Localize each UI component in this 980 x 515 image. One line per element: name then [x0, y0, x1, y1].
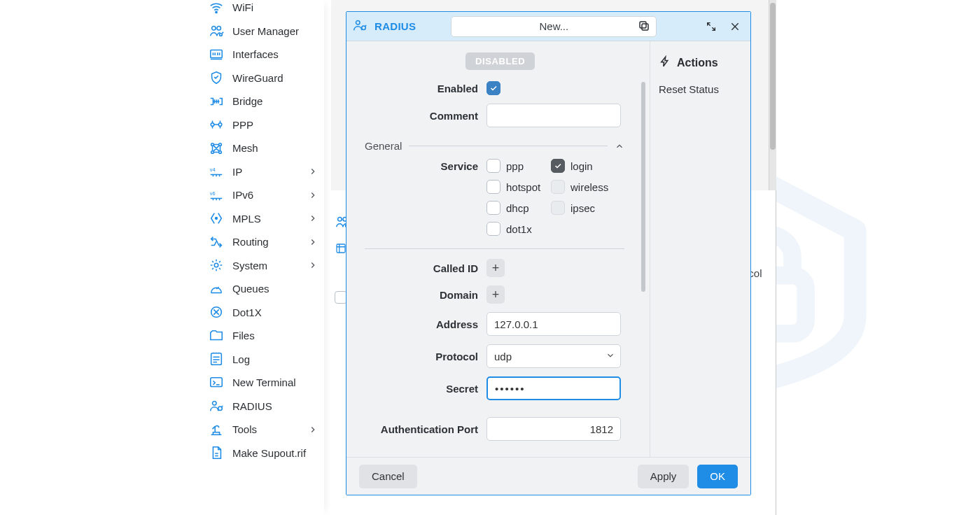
address-input[interactable] [486, 312, 621, 336]
expand-button[interactable] [701, 17, 721, 36]
svg-rect-22 [211, 353, 222, 365]
svg-point-26 [356, 20, 360, 24]
wireguard-icon [209, 70, 224, 85]
svg-point-24 [213, 402, 217, 406]
sidebar-item-tools[interactable]: Tools [202, 418, 322, 442]
sidebar-item-ipv6[interactable]: v6IPv6 [202, 183, 322, 207]
ppp-icon [209, 117, 224, 132]
sidebar-item-label: Log [232, 353, 250, 365]
sidebar-item-label: WiFi [232, 1, 253, 13]
svg-point-13 [211, 143, 214, 146]
svg-point-16 [219, 150, 222, 153]
sidebar-item-files[interactable]: Files [202, 324, 322, 348]
files-icon [209, 328, 224, 344]
label-called-id: Called ID [346, 262, 486, 274]
label-domain: Domain [346, 289, 486, 301]
dialog-footer: Cancel Apply OK [346, 457, 750, 495]
ok-button[interactable]: OK [697, 465, 738, 488]
cancel-button[interactable]: Cancel [359, 465, 417, 488]
dialog-actions-panel: Actions Reset Status [650, 41, 750, 457]
svg-rect-5 [337, 244, 345, 253]
copy-icon[interactable] [638, 20, 650, 34]
log-icon [209, 351, 224, 367]
sidebar-item-label: RADIUS [232, 400, 272, 412]
sidebar-item-interfaces[interactable]: Interfaces [202, 43, 322, 66]
service-ppp-checkbox[interactable] [486, 159, 500, 173]
collapse-icon[interactable] [615, 141, 624, 151]
apply-button[interactable]: Apply [638, 465, 690, 488]
sidebar-item-label: PPP [232, 119, 253, 131]
sidebar-item-ip[interactable]: v4IP [202, 160, 322, 184]
svg-rect-29 [640, 22, 646, 28]
sidebar-item-label: System [232, 260, 267, 271]
svg-point-15 [211, 150, 214, 153]
label-enabled: Enabled [346, 83, 486, 94]
sidebar-item-label: Files [232, 330, 255, 341]
dialog-scrollbar[interactable] [641, 82, 645, 447]
sidebar-item-user-manager[interactable]: User Manager [202, 20, 322, 43]
svg-rect-28 [642, 24, 648, 30]
mpls-icon [209, 211, 224, 226]
reset-status-action[interactable]: Reset Status [659, 83, 742, 95]
auth-port-input[interactable] [486, 417, 621, 441]
ip-icon: v4 [209, 164, 224, 179]
secret-input[interactable] [486, 376, 621, 400]
sidebar-item-label: Mesh [232, 142, 258, 154]
svg-point-7 [212, 27, 216, 31]
mesh-icon [209, 141, 224, 156]
sidebar-item-dot1x[interactable]: Dot1X [202, 301, 322, 325]
service-hotspot-checkbox[interactable] [486, 180, 500, 194]
radius-dialog: RADIUS New... DISABLED Enabled Comment [346, 11, 751, 495]
sidebar-item-radius[interactable]: RADIUS [202, 395, 322, 418]
sidebar-item-new-terminal[interactable]: New Terminal [202, 371, 322, 395]
chevron-right-icon [308, 190, 318, 200]
service-dhcp-label: dhcp [506, 202, 547, 214]
service-ipsec-label: ipsec [570, 202, 611, 214]
sidebar-item-label: Tools [232, 423, 257, 435]
service-ppp-label: ppp [506, 160, 547, 172]
radius-icon [352, 17, 368, 36]
service-ipsec-checkbox[interactable] [551, 201, 565, 215]
service-login-checkbox[interactable] [551, 159, 565, 173]
lightning-icon [659, 55, 671, 71]
enabled-checkbox[interactable] [486, 81, 500, 95]
sidebar-item-queues[interactable]: Queues [202, 277, 322, 301]
sidebar-item-mpls[interactable]: MPLS [202, 207, 322, 231]
actions-heading-label: Actions [677, 57, 718, 69]
sidebar-item-wireguard[interactable]: WireGuard [202, 66, 322, 90]
service-dhcp-checkbox[interactable] [486, 201, 500, 215]
comment-input[interactable] [486, 104, 621, 127]
chevron-right-icon [308, 425, 318, 435]
close-button[interactable] [725, 17, 745, 36]
background-scrollbar[interactable] [769, 0, 776, 190]
sidebar-item-mesh[interactable]: Mesh [202, 136, 322, 160]
dialog-titlebar[interactable]: RADIUS New... [346, 12, 750, 41]
queues-icon [209, 281, 224, 297]
svg-rect-23 [211, 377, 223, 386]
sidebar-item-bridge[interactable]: Bridge [202, 90, 322, 113]
radius-icon [209, 398, 224, 414]
svg-point-2 [338, 218, 342, 222]
svg-point-14 [219, 143, 222, 146]
sidebar-item-routing[interactable]: Routing [202, 230, 322, 254]
domain-add-button[interactable]: + [486, 285, 505, 304]
sidebar-item-label: Routing [232, 236, 269, 248]
dialog-tab[interactable]: New... [451, 16, 657, 37]
service-dot1x-checkbox[interactable] [486, 222, 500, 236]
sidebar-item-ppp[interactable]: PPP [202, 113, 322, 137]
service-wireless-checkbox[interactable] [551, 180, 565, 194]
sidebar-item-log[interactable]: Log [202, 348, 322, 372]
sidebar-item-system[interactable]: System [202, 254, 322, 278]
svg-point-11 [211, 123, 214, 127]
called-id-add-button[interactable]: + [486, 259, 505, 277]
chevron-right-icon [308, 167, 318, 176]
sidebar-item-wifi[interactable]: WiFi [202, 0, 322, 20]
sidebar-item-label: IPv6 [232, 189, 253, 201]
interfaces-icon [209, 47, 224, 62]
service-wireless-label: wireless [570, 181, 611, 193]
protocol-select[interactable] [486, 344, 621, 368]
bridge-icon [209, 94, 224, 109]
sidebar-item-supout[interactable]: Make Supout.rif [202, 442, 322, 465]
sidebar-item-label: MPLS [232, 213, 261, 225]
label-protocol: Protocol [346, 351, 486, 362]
